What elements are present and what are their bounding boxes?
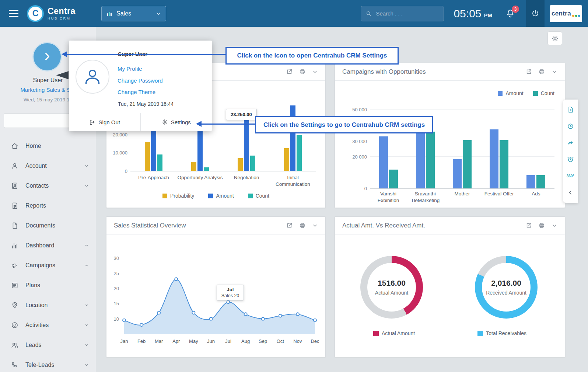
- x-axis-tick: Jun: [203, 338, 218, 344]
- notification-badge: 3: [512, 6, 519, 13]
- category-label: Sravanthi TleMarketing: [407, 191, 444, 204]
- donut-label: Actual Amount: [375, 290, 408, 296]
- plans-icon: [11, 282, 19, 289]
- centra-logo-dots: [572, 15, 580, 17]
- collapse-icon[interactable]: [312, 223, 318, 229]
- sign-out-button[interactable]: Sign Out: [69, 113, 141, 131]
- legend-swatch: [248, 194, 253, 198]
- legend-swatch: [533, 91, 538, 96]
- donut-value: 1516.00: [378, 279, 406, 288]
- sidebar-item-label: Dashboard: [25, 242, 54, 249]
- y-axis-tick: 20,000: [108, 132, 127, 137]
- sidebar-item-activities[interactable]: Activities: [0, 315, 96, 335]
- contacts-icon: [11, 182, 19, 190]
- clock-time: 05:05: [454, 7, 481, 20]
- bar-group: [526, 109, 545, 188]
- print-icon[interactable]: [539, 222, 545, 229]
- sidebar-item-home[interactable]: Home: [0, 136, 96, 156]
- centra-360-logo: centra: [550, 5, 582, 22]
- sidebar-item-account[interactable]: Account: [0, 156, 96, 176]
- bar-chart-icon: [106, 10, 113, 17]
- x-axis-tick: Oct: [273, 338, 288, 344]
- actual-amount-donut: 1516.00 Actual Amount: [360, 256, 423, 319]
- chart-legend: AmountCount: [498, 90, 554, 96]
- popup-timestamp: Tue, 21 May 2019 16:44: [118, 101, 174, 107]
- panel-collapse-icon[interactable]: [563, 184, 578, 201]
- bar: [290, 105, 295, 171]
- x-axis-tick: Sep: [256, 338, 270, 344]
- change-password-link[interactable]: Change Password: [118, 77, 163, 84]
- collapse-icon[interactable]: [312, 69, 318, 75]
- popup-pointer: [56, 71, 69, 79]
- legend-item: Amount: [208, 193, 234, 199]
- share-tool-icon[interactable]: [563, 135, 578, 151]
- bar: [191, 162, 196, 171]
- external-link-icon[interactable]: [286, 222, 293, 229]
- centrahub-logo[interactable]: C Centra HUB CRM: [27, 5, 94, 22]
- brand-name: Centra: [48, 7, 76, 15]
- sidebar-item-location[interactable]: Location: [0, 295, 96, 315]
- bar: [238, 158, 243, 171]
- user-avatar[interactable]: ›: [32, 42, 62, 72]
- sidebar-item-documents[interactable]: Documents: [0, 216, 96, 236]
- sidebar-item-reports[interactable]: Reports: [0, 196, 96, 216]
- card-title: Sales Statistical Overview: [114, 222, 186, 229]
- external-link-icon[interactable]: [526, 222, 532, 229]
- sidebar-item-plans[interactable]: Plans: [0, 275, 96, 295]
- sidebar-item-leads[interactable]: Leads: [0, 335, 96, 355]
- chevron-down-icon: [84, 263, 89, 268]
- external-link-icon[interactable]: [286, 69, 293, 75]
- chevron-down-icon: [84, 183, 89, 188]
- notifications-button[interactable]: 3: [505, 9, 515, 18]
- module-selector[interactable]: Sales: [101, 6, 166, 21]
- bar: [145, 142, 150, 171]
- bar: [453, 159, 462, 188]
- x-axis-tick: Nov: [290, 338, 305, 344]
- external-link-icon[interactable]: [526, 69, 532, 75]
- my-profile-link[interactable]: My Profile: [118, 66, 142, 72]
- legend-item: Probability: [162, 193, 194, 199]
- sidebar-item-dashboard[interactable]: Dashboard: [0, 236, 96, 255]
- bar: [526, 175, 535, 188]
- legend-item: Count: [533, 90, 554, 96]
- menu-icon[interactable]: [0, 10, 27, 17]
- legend-swatch: [162, 194, 167, 198]
- category-label: Mother: [444, 191, 480, 204]
- donut-value: 2,016.00: [491, 279, 521, 288]
- change-theme-link[interactable]: Change Theme: [118, 89, 155, 95]
- legend-swatch: [373, 331, 379, 336]
- print-icon[interactable]: [299, 222, 305, 229]
- reminder-tool-icon[interactable]: [563, 151, 578, 168]
- search-input[interactable]: [375, 10, 439, 17]
- bar-group: [490, 109, 508, 188]
- legend-item: Actual Amount: [373, 330, 415, 336]
- annotation-arrow-head: [62, 51, 67, 57]
- leads-icon: [11, 341, 19, 349]
- category-label: Opportunity Analysis: [177, 174, 223, 187]
- customer-360-icon[interactable]: 360°: [563, 168, 578, 184]
- sign-out-icon: [89, 119, 95, 125]
- sidebar-item-campaigns[interactable]: Campaigns: [0, 255, 96, 275]
- tooltip-value: Sales 20: [218, 293, 242, 298]
- collapse-icon[interactable]: [552, 223, 557, 229]
- report-tool-icon[interactable]: [563, 101, 578, 118]
- collapse-icon[interactable]: [552, 69, 557, 75]
- history-tool-icon[interactable]: [563, 118, 578, 135]
- dashboard-settings-button[interactable]: [547, 31, 562, 45]
- category-label: Vamshi Exbihition: [370, 191, 407, 204]
- print-icon[interactable]: [299, 69, 305, 75]
- y-axis-tick: 20: [109, 286, 119, 291]
- x-axis-tick: Dec: [308, 338, 322, 344]
- app-window: C Centra HUB CRM Sales 05:05 PM: [0, 0, 588, 372]
- documents-icon: [11, 222, 19, 229]
- card-title: Actual Amt. Vs Received Amt.: [342, 222, 425, 229]
- x-axis-labels: Vamshi ExbihitionSravanthi TleMarketingM…: [370, 191, 554, 204]
- bar: [536, 175, 545, 188]
- sidebar-item-contacts[interactable]: Contacts: [0, 176, 96, 196]
- bar: [284, 148, 289, 171]
- power-button[interactable]: [526, 0, 545, 27]
- sidebar-item-tele-leads[interactable]: Tele-Leads: [0, 355, 96, 372]
- print-icon[interactable]: [539, 69, 545, 75]
- y-axis-tick: 10: [109, 316, 119, 322]
- quick-tools-panel: 360°: [563, 100, 578, 203]
